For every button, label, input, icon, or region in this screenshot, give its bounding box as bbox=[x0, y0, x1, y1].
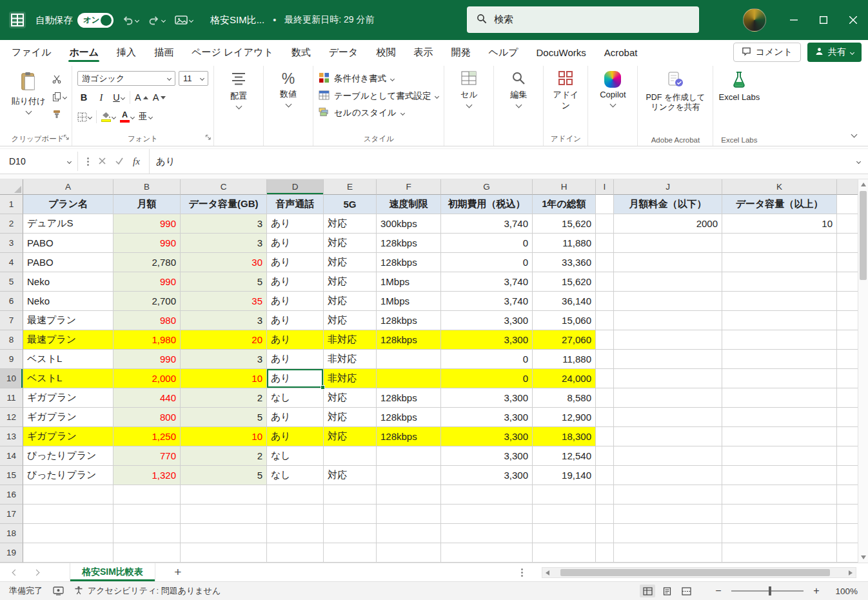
cell-F12[interactable]: 128kbps bbox=[377, 408, 441, 427]
cell-H9[interactable]: 11,880 bbox=[533, 350, 596, 369]
cell-F6[interactable]: 1Mbps bbox=[377, 292, 441, 311]
comments-button[interactable]: コメント bbox=[733, 43, 801, 62]
view-normal-button[interactable] bbox=[640, 585, 655, 597]
cell-E11[interactable]: 対応 bbox=[324, 388, 377, 408]
row-header-11[interactable]: 11 bbox=[0, 388, 23, 408]
cell-F10[interactable] bbox=[377, 369, 441, 388]
cell-A15[interactable]: ぴったりプラン bbox=[23, 466, 113, 485]
cell-H4[interactable]: 33,360 bbox=[533, 253, 596, 272]
scroll-right-icon[interactable] bbox=[845, 568, 856, 577]
row-header-5[interactable]: 5 bbox=[0, 272, 23, 292]
cell-A8[interactable]: 最速プラン bbox=[23, 330, 113, 350]
column-header-B[interactable]: B bbox=[113, 179, 181, 195]
cell-G3[interactable]: 0 bbox=[441, 234, 533, 253]
cell-K5[interactable] bbox=[722, 272, 837, 292]
cell-J11[interactable] bbox=[614, 388, 722, 408]
excel-app-icon[interactable] bbox=[6, 9, 28, 31]
cell-K17[interactable] bbox=[722, 505, 837, 524]
cell-J2[interactable]: 2000 bbox=[614, 214, 722, 234]
zoom-slider[interactable] bbox=[731, 590, 804, 592]
format-as-table-button[interactable]: テーブルとして書式設定 bbox=[319, 90, 439, 102]
column-header-A[interactable]: A bbox=[23, 179, 113, 195]
cell-K10[interactable] bbox=[722, 369, 837, 388]
accessibility-checker-button[interactable]: アクセシビリティ: 問題ありません bbox=[74, 585, 221, 597]
cell-I9[interactable] bbox=[596, 350, 614, 369]
cell-F15[interactable] bbox=[377, 466, 441, 485]
cell-J5[interactable] bbox=[614, 272, 722, 292]
formula-bar-expand-icon[interactable] bbox=[849, 149, 868, 174]
select-all-button[interactable] bbox=[0, 179, 23, 195]
cell-I14[interactable] bbox=[596, 446, 614, 466]
cell-G15[interactable]: 3,300 bbox=[441, 466, 533, 485]
cell-I16[interactable] bbox=[596, 485, 614, 505]
cell-D16[interactable] bbox=[267, 485, 324, 505]
zoom-slider-thumb[interactable] bbox=[769, 586, 771, 595]
cell-A1[interactable]: プラン名 bbox=[23, 195, 113, 214]
increase-font-size-button[interactable]: A bbox=[135, 90, 148, 105]
cell-K9[interactable] bbox=[722, 350, 837, 369]
cell-H10[interactable]: 24,000 bbox=[533, 369, 596, 388]
ribbon-tab-11[interactable]: DocuWorks bbox=[535, 40, 587, 65]
ribbon-tab-7[interactable]: 校閲 bbox=[375, 40, 397, 65]
cell-I3[interactable] bbox=[596, 234, 614, 253]
zoom-out-button[interactable]: − bbox=[714, 585, 723, 597]
cell-F14[interactable] bbox=[377, 446, 441, 466]
cell-K19[interactable] bbox=[722, 543, 837, 563]
font-color-button[interactable]: A bbox=[120, 110, 134, 124]
cell-H19[interactable] bbox=[533, 543, 596, 563]
cell-F18[interactable] bbox=[377, 524, 441, 543]
cell-I1[interactable] bbox=[596, 195, 614, 214]
cell-C1[interactable]: データ容量(GB) bbox=[181, 195, 267, 214]
cell-G1[interactable]: 初期費用（税込） bbox=[441, 195, 533, 214]
undo-button[interactable] bbox=[121, 12, 140, 28]
cell-H3[interactable]: 11,880 bbox=[533, 234, 596, 253]
cell-H1[interactable]: 1年の総額 bbox=[533, 195, 596, 214]
column-header-G[interactable]: G bbox=[441, 179, 533, 195]
row-header-13[interactable]: 13 bbox=[0, 427, 23, 446]
cell-K15[interactable] bbox=[722, 466, 837, 485]
cell-K7[interactable] bbox=[722, 311, 837, 330]
row-header-3[interactable]: 3 bbox=[0, 234, 23, 253]
cell-F9[interactable] bbox=[377, 350, 441, 369]
cell-E15[interactable]: 対応 bbox=[324, 466, 377, 485]
cell-F7[interactable]: 128kbps bbox=[377, 311, 441, 330]
ribbon-tab-2[interactable]: 挿入 bbox=[115, 40, 137, 65]
cell-C14[interactable]: 2 bbox=[181, 446, 267, 466]
cell-A19[interactable] bbox=[23, 543, 113, 563]
cell-E18[interactable] bbox=[324, 524, 377, 543]
user-avatar[interactable] bbox=[743, 8, 766, 32]
cell-I13[interactable] bbox=[596, 427, 614, 446]
cell-B4[interactable]: 2,780 bbox=[113, 253, 181, 272]
row-header-10[interactable]: 10 bbox=[0, 369, 23, 388]
cell-I4[interactable] bbox=[596, 253, 614, 272]
cell-I8[interactable] bbox=[596, 330, 614, 350]
italic-button[interactable]: I bbox=[95, 90, 108, 105]
cell-A18[interactable] bbox=[23, 524, 113, 543]
row-header-4[interactable]: 4 bbox=[0, 253, 23, 272]
cell-F11[interactable]: 128kbps bbox=[377, 388, 441, 408]
cell-E9[interactable]: 非対応 bbox=[324, 350, 377, 369]
row-header-15[interactable]: 15 bbox=[0, 466, 23, 485]
vertical-scrollbar-thumb[interactable] bbox=[860, 191, 867, 280]
borders-button[interactable] bbox=[77, 110, 92, 124]
cell-B16[interactable] bbox=[113, 485, 181, 505]
cell-H11[interactable]: 8,580 bbox=[533, 388, 596, 408]
cell-E7[interactable]: 対応 bbox=[324, 311, 377, 330]
cell-E17[interactable] bbox=[324, 505, 377, 524]
column-header-I[interactable]: I bbox=[596, 179, 614, 195]
ribbon-tab-10[interactable]: ヘルプ bbox=[487, 40, 519, 65]
cell-J12[interactable] bbox=[614, 408, 722, 427]
ribbon-tab-9[interactable]: 開発 bbox=[449, 40, 471, 65]
decrease-font-size-button[interactable]: A bbox=[153, 90, 166, 105]
cell-C4[interactable]: 30 bbox=[181, 253, 267, 272]
cell-G4[interactable]: 0 bbox=[441, 253, 533, 272]
cell-A5[interactable]: Neko bbox=[23, 272, 113, 292]
cell-F8[interactable]: 128kbps bbox=[377, 330, 441, 350]
cell-G14[interactable]: 3,300 bbox=[441, 446, 533, 466]
cell-I15[interactable] bbox=[596, 466, 614, 485]
row-header-6[interactable]: 6 bbox=[0, 292, 23, 311]
cell-J6[interactable] bbox=[614, 292, 722, 311]
cell-D13[interactable]: あり bbox=[267, 427, 324, 446]
cell-I12[interactable] bbox=[596, 408, 614, 427]
cell-B15[interactable]: 1,320 bbox=[113, 466, 181, 485]
